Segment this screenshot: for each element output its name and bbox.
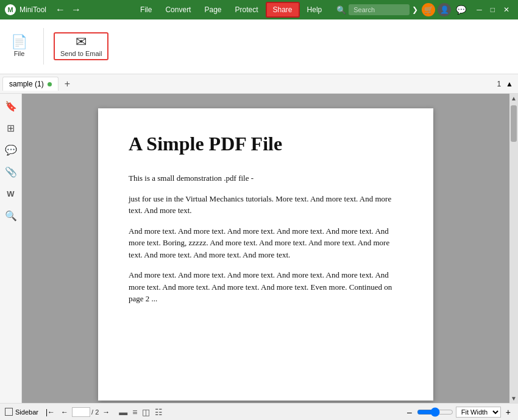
scroll-up-arrow[interactable]: ▲ [509, 94, 518, 103]
tab-bar: sample (1) + 1 ▲ [0, 74, 518, 94]
left-sidebar: 🔖 ⊞ 💬 📎 W 🔍 [0, 94, 22, 403]
sidebar-label: Sidebar [15, 408, 38, 416]
send-to-email-label: Send to Email [60, 50, 102, 57]
view-single-btn[interactable]: ▬ [117, 407, 129, 418]
next-page-btn[interactable]: → [100, 407, 112, 417]
minimize-btn[interactable]: ─ [473, 4, 486, 15]
pdf-para3: And more text. And more text. And more t… [129, 225, 403, 261]
tab-sample[interactable]: sample (1) [2, 77, 59, 91]
title-bar: M MiniTool ← → File Convert Page Protect… [0, 0, 518, 19]
first-page-btn[interactable]: |← [43, 407, 57, 417]
pdf-para4: And more text. And more text. And more t… [129, 269, 403, 305]
scroll-down-arrow[interactable]: ▼ [509, 394, 518, 403]
sidebar-word-icon[interactable]: W [2, 185, 20, 202]
pdf-para2: just for use in the Virtual Mechanics tu… [129, 193, 403, 217]
file-label: File [14, 50, 25, 57]
sidebar-checkbox[interactable] [5, 408, 13, 416]
sidebar-comment-icon[interactable]: 💬 [2, 141, 20, 158]
menu-bar: File Convert Page Protect Share Help [134, 2, 328, 18]
pdf-page: A Simple PDF File This is a small demons… [98, 108, 433, 401]
scroll-thumb[interactable] [511, 105, 517, 142]
zoom-out-btn[interactable]: – [405, 407, 414, 418]
page-total: / 2 [91, 408, 99, 416]
sidebar-search-icon[interactable]: 🔍 [2, 207, 20, 224]
view-continuous-btn[interactable]: ≡ [130, 407, 139, 418]
sidebar-toggle[interactable]: Sidebar [5, 408, 38, 416]
pdf-para1: This is a small demonstration .pdf file … [129, 172, 403, 184]
more-chevron: ❯ [412, 5, 418, 14]
pdf-body: This is a small demonstration .pdf file … [129, 172, 403, 305]
close-btn[interactable]: ✕ [500, 4, 513, 15]
view-two-page-btn[interactable]: ◫ [140, 407, 152, 418]
sidebar-grid-icon[interactable]: ⊞ [2, 119, 20, 136]
maximize-btn[interactable]: □ [487, 4, 498, 15]
tab-indicator [48, 82, 52, 86]
email-icon: ✉ [76, 35, 87, 49]
tab-page-num: 1 ▲ [497, 79, 516, 89]
file-ribbon-btn[interactable]: 📄 File [5, 33, 34, 60]
menu-protect[interactable]: Protect [229, 3, 264, 16]
pdf-title: A Simple PDF File [129, 133, 403, 155]
nav-forward-btn[interactable]: → [68, 4, 84, 16]
doc-area: A Simple PDF File This is a small demons… [22, 94, 509, 403]
ribbon: 📄 File ✉ Send to Email [0, 19, 518, 74]
tab-label: sample (1) [9, 80, 44, 88]
menu-convert[interactable]: Convert [159, 3, 197, 16]
menu-share[interactable]: Share [266, 2, 300, 18]
ribbon-divider [43, 28, 44, 65]
zoom-slider[interactable] [417, 407, 453, 417]
prev-page-btn[interactable]: ← [59, 407, 71, 417]
search-icon: 🔍 [336, 5, 346, 15]
user-icon[interactable]: 👤 [438, 3, 451, 16]
zoom-controls: – Fit Width + [405, 407, 513, 418]
main-area: 🔖 ⊞ 💬 📎 W 🔍 A Simple PDF File This is a … [0, 94, 518, 403]
sidebar-attach-icon[interactable]: 📎 [2, 163, 20, 180]
menu-page[interactable]: Page [198, 3, 227, 16]
page-number: 1 [497, 80, 501, 88]
menu-file[interactable]: File [134, 3, 158, 16]
file-icon: 📄 [11, 35, 27, 49]
chat-icon[interactable]: 💬 [453, 2, 468, 17]
cart-icon[interactable]: 🛒 [422, 3, 435, 16]
app-logo: M [5, 4, 16, 15]
title-nav: ← → [52, 4, 130, 16]
zoom-select[interactable]: Fit Width [456, 407, 501, 418]
send-to-email-btn[interactable]: ✉ Send to Email [54, 32, 108, 60]
window-controls: ─ □ ✕ [473, 4, 513, 15]
title-bar-right: 🛒 👤 💬 ─ □ ✕ [422, 2, 513, 17]
sidebar-bookmark-icon[interactable]: 🔖 [2, 97, 20, 114]
menu-help[interactable]: Help [301, 3, 328, 16]
view-btns: ▬ ≡ ◫ ☷ [117, 407, 165, 418]
page-nav: |← ← 1 / 2 → [43, 407, 112, 417]
nav-back-btn[interactable]: ← [52, 4, 68, 16]
status-bar: Sidebar |← ← 1 / 2 → ▬ ≡ ◫ ☷ – Fit Width… [0, 403, 518, 420]
search-input[interactable] [349, 4, 410, 15]
page-input[interactable]: 1 [72, 407, 90, 417]
scroll-up-btn[interactable]: ▲ [503, 79, 516, 89]
zoom-in-btn[interactable]: + [503, 407, 513, 418]
view-two-continuous-btn[interactable]: ☷ [153, 407, 165, 418]
app-name: MiniTool [20, 5, 46, 14]
scrollbar[interactable]: ▲ ▼ [509, 94, 518, 403]
tab-add-btn[interactable]: + [61, 77, 74, 91]
